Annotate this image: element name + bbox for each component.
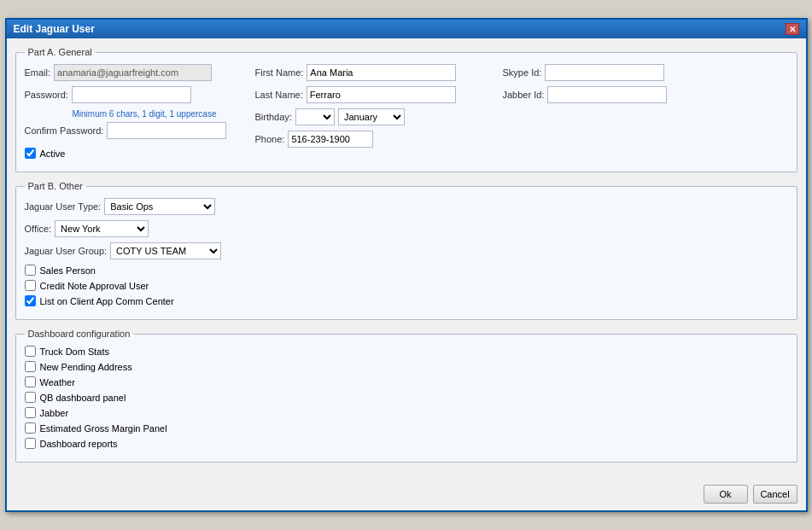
confirm-password-label: Confirm Password:	[25, 125, 104, 136]
password-label: Password:	[25, 90, 68, 100]
credit-note-checkbox[interactable]	[25, 280, 36, 291]
birthday-label: Birthday:	[255, 112, 292, 122]
credit-note-label: Credit Note Approval User	[40, 281, 149, 291]
jabber-input[interactable]	[547, 86, 667, 103]
user-group-select[interactable]: COTY US TEAMOther	[110, 242, 221, 259]
lastname-label: Last Name:	[255, 90, 303, 100]
dashboard-reports-label: Dashboard reports	[40, 439, 118, 449]
dashboard-item-0: Truck Dom Stats	[25, 346, 788, 357]
office-select[interactable]: New YorkLos AngelesChicago	[55, 220, 149, 237]
birthday-day-select[interactable]: 12345 678910 1112131415 1617181920 21222…	[295, 108, 335, 125]
dashboard-item-6: Dashboard reports	[25, 438, 788, 449]
part-b-legend: Part B. Other	[25, 181, 86, 191]
active-checkbox[interactable]	[25, 148, 36, 159]
dialog-body: Part A. General Email: Password: Minimum…	[7, 38, 806, 480]
active-label: Active	[40, 149, 66, 159]
dialog-title: Edit Jaguar User	[14, 23, 95, 35]
user-group-label: Jaguar User Group:	[25, 246, 108, 256]
phone-input[interactable]	[288, 131, 373, 148]
jabber-label: Jabber Id:	[503, 90, 545, 100]
confirm-password-row: Confirm Password:	[25, 122, 247, 139]
dashboard-item-4: Jabber	[25, 407, 788, 418]
estimated-gross-margin-checkbox[interactable]	[25, 422, 36, 434]
phone-row: Phone:	[255, 131, 494, 148]
part-a-col2: First Name: Last Name: Birthday: 12345 6…	[255, 64, 494, 163]
weather-checkbox[interactable]	[25, 376, 36, 387]
office-label: Office:	[25, 224, 52, 234]
password-row: Password:	[25, 86, 247, 103]
part-a-col3: Skype Id: Jabber Id:	[503, 64, 674, 163]
close-button[interactable]: ✕	[786, 23, 799, 35]
estimated-gross-margin-label: Estimated Gross Margin Panel	[40, 423, 167, 434]
new-pending-address-label: New Pending Address	[40, 362, 132, 372]
skype-label: Skype Id:	[503, 67, 542, 78]
qb-dashboard-checkbox[interactable]	[25, 392, 36, 403]
phone-label: Phone:	[255, 134, 285, 144]
dashboard-item-3: QB dashboard panel	[25, 392, 788, 403]
confirm-password-input[interactable]	[107, 122, 226, 139]
dialog-titlebar: Edit Jaguar User ✕	[7, 20, 806, 38]
list-on-client-label: List on Client App Comm Center	[40, 296, 174, 306]
birthday-row: Birthday: 12345 678910 1112131415 161718…	[255, 108, 494, 125]
credit-note-row: Credit Note Approval User	[25, 280, 788, 291]
sales-person-label: Sales Person	[40, 265, 96, 276]
jabber-label: Jabber	[40, 408, 69, 418]
weather-label: Weather	[40, 377, 75, 387]
firstname-row: First Name:	[255, 64, 494, 81]
office-row: Office: New YorkLos AngelesChicago	[25, 220, 788, 237]
active-row: Active	[25, 148, 247, 159]
birthday-month-select[interactable]: JanuaryFebruaryMarchApril MayJuneJulyAug…	[338, 108, 405, 125]
email-input[interactable]	[54, 64, 212, 81]
skype-row: Skype Id:	[503, 64, 674, 81]
dashboard-item-2: Weather	[25, 376, 788, 387]
email-row: Email:	[25, 64, 247, 81]
part-a-legend: Part A. General	[25, 47, 96, 57]
jabber-checkbox[interactable]	[25, 407, 36, 418]
truck-dom-stats-label: Truck Dom Stats	[40, 347, 110, 357]
jabber-row: Jabber Id:	[503, 86, 674, 103]
lastname-row: Last Name:	[255, 86, 494, 103]
firstname-input[interactable]	[307, 64, 456, 81]
part-a-fieldset: Part A. General Email: Password: Minimum…	[15, 47, 797, 172]
firstname-label: First Name:	[255, 67, 304, 78]
qb-dashboard-label: QB dashboard panel	[40, 393, 126, 403]
dialog-footer: Ok Cancel	[7, 480, 806, 510]
dashboard-item-1: New Pending Address	[25, 361, 788, 372]
skype-input[interactable]	[545, 64, 664, 81]
edit-jaguar-user-dialog: Edit Jaguar User ✕ Part A. General Email…	[5, 18, 808, 512]
cancel-button[interactable]: Cancel	[753, 485, 797, 504]
user-group-row: Jaguar User Group: COTY US TEAMOther	[25, 242, 788, 259]
sales-person-row: Sales Person	[25, 265, 788, 276]
email-label: Email:	[25, 67, 51, 78]
part-b-fieldset: Part B. Other Jaguar User Type: Basic Op…	[15, 181, 797, 320]
part-a-col1: Email: Password: Minimum 6 chars, 1 digi…	[25, 64, 247, 163]
user-type-label: Jaguar User Type:	[25, 201, 102, 212]
user-type-row: Jaguar User Type: Basic OpsAdminSuper Ad…	[25, 198, 788, 215]
dashboard-reports-checkbox[interactable]	[25, 438, 36, 449]
lastname-input[interactable]	[307, 86, 456, 103]
password-input[interactable]	[72, 86, 191, 103]
list-on-client-row: List on Client App Comm Center	[25, 295, 788, 306]
ok-button[interactable]: Ok	[704, 485, 748, 504]
dashboard-fieldset: Dashboard configuration Truck Dom Stats …	[15, 329, 797, 463]
dashboard-item-5: Estimated Gross Margin Panel	[25, 422, 788, 434]
user-type-select[interactable]: Basic OpsAdminSuper Admin	[104, 198, 215, 215]
dashboard-legend: Dashboard configuration	[25, 329, 134, 339]
truck-dom-stats-checkbox[interactable]	[25, 346, 36, 357]
sales-person-checkbox[interactable]	[25, 265, 36, 276]
part-a-columns: Email: Password: Minimum 6 chars, 1 digi…	[25, 64, 788, 163]
list-on-client-checkbox[interactable]	[25, 295, 36, 306]
new-pending-address-checkbox[interactable]	[25, 361, 36, 372]
password-hint: Minimum 6 chars, 1 digit, 1 uppercase	[73, 109, 247, 119]
